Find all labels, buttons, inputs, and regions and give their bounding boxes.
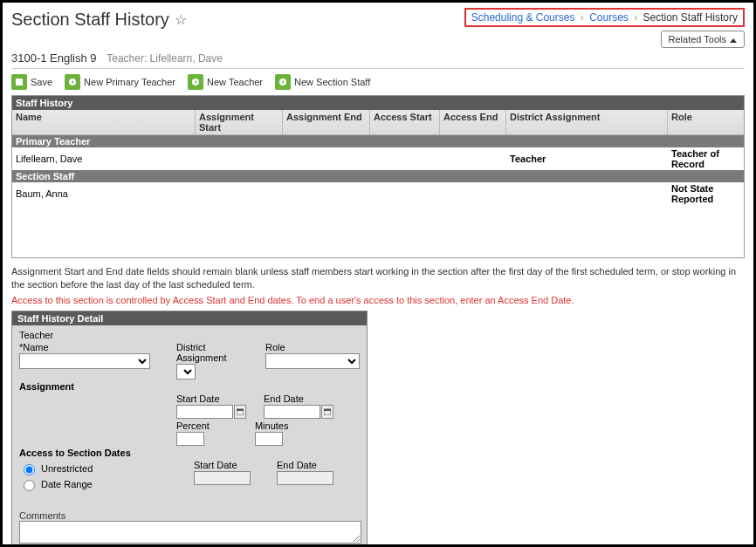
staff-history-grid: Staff History Name Assignment Start Assi… [11,95,745,258]
new-teacher-label: New Teacher [207,77,263,87]
grid-title: Staff History [12,96,744,110]
comments-textarea[interactable] [19,521,361,544]
comments-label: Comments [19,510,360,521]
access-daterange-label: Date Range [41,479,93,489]
cell-name: Lifellearn, Dave [12,153,196,165]
assignment-start-date-input[interactable] [176,405,233,419]
table-row[interactable]: Lifellearn, Dave Teacher Teacher of Reco… [12,147,744,170]
access-section-label: Access to Section Dates [19,448,360,458]
access-warning-text: Access to this section is controlled by … [11,295,745,305]
toolbar: Save New Primary Teacher New Teacher New… [11,72,745,95]
col-access-start[interactable]: Access Start [370,110,440,134]
access-end-date-input[interactable] [277,471,333,485]
new-primary-label: New Primary Teacher [84,77,175,87]
related-tools-button[interactable]: Related Tools [661,31,745,48]
chevron-up-icon [730,34,737,44]
group-section-staff: Section Staff [12,170,744,182]
cell-aend [283,158,370,160]
cell-astart [196,158,283,160]
percent-input[interactable] [176,432,204,446]
cell-astart [196,193,283,195]
plus-arrow-icon [65,74,80,90]
cell-role: Teacher of Record [668,147,744,170]
name-select[interactable] [19,353,150,369]
section-subheader: 3100-1 English 9 Teacher: Lifellearn, Da… [11,51,745,65]
plus-arrow-icon [188,74,203,90]
new-primary-teacher-button[interactable]: New Primary Teacher [65,74,175,90]
minutes-input[interactable] [255,432,283,446]
col-district-assignment[interactable]: District Assignment [506,110,668,134]
save-label: Save [31,77,52,87]
breadcrumb-courses[interactable]: Courses [589,11,629,24]
divider [11,68,745,69]
assignment-end-date-input[interactable] [264,405,320,419]
minutes-label: Minutes [255,421,289,431]
new-section-staff-button[interactable]: New Section Staff [275,74,370,90]
svg-rect-6 [324,409,331,411]
district-assignment-select[interactable] [176,364,196,379]
role-select[interactable] [265,353,360,369]
teacher-name: Lifellearn, Dave [150,52,223,65]
detail-title: Staff History Detail [12,311,367,325]
access-end-date-label: End Date [277,460,333,470]
col-assignment-start[interactable]: Assignment Start [196,110,283,134]
col-role[interactable]: Role [668,110,744,134]
new-teacher-button[interactable]: New Teacher [188,74,263,90]
col-access-end[interactable]: Access End [440,110,506,134]
end-date-label: End Date [264,393,333,404]
related-tools-label: Related Tools [669,34,726,44]
name-label: *Name [19,342,150,352]
cell-accstart [370,193,440,195]
calendar-icon[interactable] [321,405,333,419]
page-title: Section Staff History ☆ [11,10,187,30]
group-primary-teacher: Primary Teacher [12,135,744,147]
percent-label: Percent [176,421,210,431]
breadcrumb-scheduling-courses[interactable]: Scheduling & Courses [471,11,575,24]
favorite-star-icon[interactable]: ☆ [175,11,187,28]
cell-accend [440,158,506,160]
cell-aend [283,193,370,195]
teacher-label: Teacher: [107,52,147,65]
cell-accstart [370,158,440,160]
access-unrestricted-radio[interactable] [24,464,35,475]
breadcrumb: Scheduling & Courses › Courses › Section… [464,8,745,27]
cell-name: Baum, Anna [12,188,196,200]
section-code: 3100-1 English 9 [11,51,97,65]
access-start-date-input[interactable] [194,471,251,485]
save-button[interactable]: Save [11,74,52,90]
cell-district: Teacher [506,153,668,165]
cell-role: Not State Reported [668,182,744,205]
chevron-right-icon: › [581,11,584,24]
district-assignment-label: District Assignment [176,342,239,363]
grid-header-row: Name Assignment Start Assignment End Acc… [12,110,744,135]
col-name[interactable]: Name [12,110,196,134]
access-start-date-label: Start Date [194,460,251,470]
grid-body: Primary Teacher Lifellearn, Dave Teacher… [12,135,744,257]
access-unrestricted-label: Unrestricted [41,463,93,474]
page-title-text: Section Staff History [11,10,169,30]
breadcrumb-current: Section Staff History [643,11,739,24]
col-assignment-end[interactable]: Assignment End [283,110,370,134]
table-row[interactable]: Baum, Anna Not State Reported [12,182,744,205]
cell-accend [440,193,506,195]
cell-district [506,193,668,195]
chevron-right-icon: › [634,11,637,24]
plus-arrow-icon [275,74,291,90]
assignment-section-label: Assignment [19,381,360,392]
helper-text: Assignment Start and End date fields sho… [11,265,745,291]
calendar-icon[interactable] [234,405,246,419]
new-section-staff-label: New Section Staff [294,77,370,87]
save-icon [11,74,27,90]
svg-rect-4 [237,409,244,411]
role-label: Role [265,342,360,352]
access-daterange-radio[interactable] [24,480,35,491]
staff-history-detail-panel: Staff History Detail Teacher *Name Distr… [11,311,368,547]
teacher-section-label: Teacher [19,330,360,340]
start-date-label: Start Date [176,393,246,404]
